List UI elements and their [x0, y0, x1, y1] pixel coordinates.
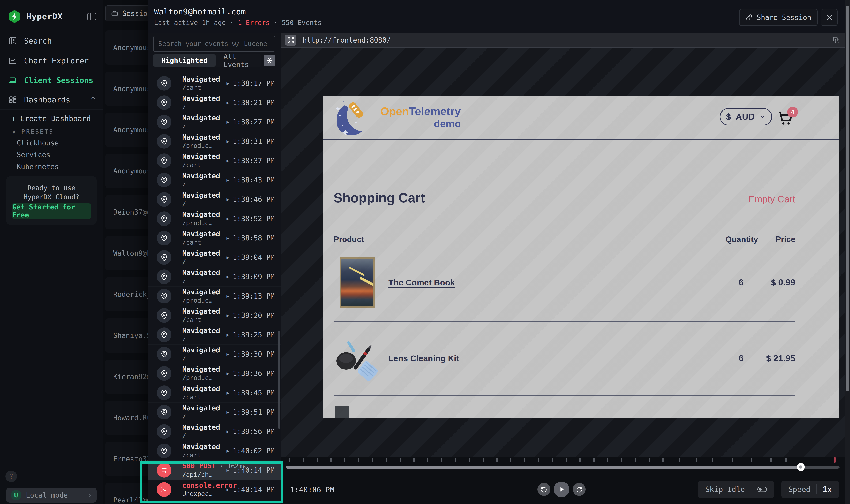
product-link[interactable]: The Comet Book: [388, 278, 726, 287]
timeline-event-tick[interactable]: [469, 458, 470, 462]
timeline-event-tick[interactable]: [524, 458, 525, 462]
play-from-here-icon[interactable]: ▶: [227, 177, 229, 183]
event-timestamp[interactable]: ▶1:38:21 PM: [227, 98, 281, 107]
play-button[interactable]: [554, 482, 569, 497]
skip-idle-control[interactable]: Skip Idle: [698, 481, 774, 498]
timeline-event-tick[interactable]: [696, 458, 697, 462]
session-list-item[interactable]: Anonymous: [105, 113, 148, 147]
currency-selector[interactable]: $ AUD: [720, 108, 772, 125]
sidebar-presets-header[interactable]: ∨ PRESETS: [0, 123, 103, 135]
skip-idle-toggle-icon[interactable]: [757, 486, 767, 492]
event-row-navigated[interactable]: Navigated/▶1:38:43 PM: [148, 170, 281, 190]
play-from-here-icon[interactable]: ▶: [227, 352, 229, 357]
preset-kubernetes[interactable]: Kubernetes: [0, 159, 103, 170]
timeline-event-tick[interactable]: [679, 458, 680, 462]
collapse-all-button[interactable]: [263, 55, 275, 67]
preset-services[interactable]: Services: [0, 147, 103, 159]
rewind-button[interactable]: [537, 483, 550, 496]
play-from-here-icon[interactable]: ▶: [227, 448, 229, 453]
sidebar-collapse-icon[interactable]: [87, 12, 97, 21]
event-timestamp[interactable]: ▶1:38:31 PM: [227, 137, 281, 145]
timeline-event-tick[interactable]: [751, 458, 752, 462]
session-list-item[interactable]: Howard.Run: [105, 401, 148, 435]
play-from-here-icon[interactable]: ▶: [227, 390, 229, 395]
event-row-navigated[interactable]: Navigated/product/L9ECAV7KIM▶1:39:36 PM: [148, 364, 281, 383]
close-button[interactable]: [821, 9, 838, 26]
event-row-navigated[interactable]: Navigated/cart▶1:39:45 PM: [148, 383, 281, 402]
event-timestamp[interactable]: ▶1:38:58 PM: [227, 234, 281, 242]
event-row-navigated[interactable]: Navigated/▶1:39:04 PM: [148, 248, 281, 267]
sidebar-item-client-sessions[interactable]: Client Sessions: [0, 70, 103, 90]
event-row-navigated[interactable]: Navigated/▶1:38:46 PM: [148, 190, 281, 209]
play-from-here-icon[interactable]: ▶: [227, 216, 229, 221]
event-timestamp[interactable]: ▶1:39:36 PM: [227, 370, 281, 377]
timeline-event-tick[interactable]: [413, 458, 415, 462]
tab-all-events[interactable]: All Events: [215, 54, 261, 67]
play-from-here-icon[interactable]: ▶: [227, 120, 229, 125]
event-row-navigated[interactable]: Navigated/▶1:39:09 PM: [148, 267, 281, 287]
event-row-navigated[interactable]: Navigated/cart▶1:39:20 PM: [148, 306, 281, 325]
timeline-event-tick[interactable]: [593, 458, 594, 462]
play-from-here-icon[interactable]: ▶: [227, 235, 229, 241]
event-row-navigated[interactable]: Navigated/▶1:39:30 PM: [148, 344, 281, 364]
cart-button[interactable]: 4: [776, 109, 795, 128]
event-row-network-error[interactable]: 500 POST · 162ms/api/checkout▶1:40:14 PM: [148, 461, 281, 480]
play-from-here-icon[interactable]: ▶: [227, 158, 229, 163]
modal-scrollbar-thumb[interactable]: [846, 6, 849, 391]
event-row-navigated[interactable]: Navigated/cart▶1:38:37 PM: [148, 151, 281, 170]
play-from-here-icon[interactable]: ▶: [227, 313, 229, 318]
help-button[interactable]: ?: [5, 470, 17, 482]
timeline-event-tick[interactable]: [483, 458, 484, 462]
event-timestamp[interactable]: ▶1:39:13 PM: [227, 292, 281, 300]
tab-highlighted[interactable]: Highlighted: [153, 54, 215, 67]
event-timestamp[interactable]: ▶1:39:45 PM: [227, 389, 281, 397]
session-list-item[interactable]: Roderick_S: [105, 277, 148, 311]
event-row-navigated[interactable]: Navigated/cart▶1:38:17 PM: [148, 74, 281, 93]
fast-forward-button[interactable]: [573, 483, 586, 496]
event-row-navigated[interactable]: Navigated/▶1:38:27 PM: [148, 112, 281, 132]
timeline-event-tick[interactable]: [621, 458, 622, 462]
modal-scrollbar[interactable]: [845, 0, 850, 504]
timeline-event-tick[interactable]: [289, 458, 290, 462]
event-timestamp[interactable]: ▶1:38:17 PM: [227, 79, 281, 87]
event-timestamp[interactable]: ▶1:39:30 PM: [227, 350, 281, 358]
event-timestamp[interactable]: ▶1:40:14 PM: [227, 466, 281, 474]
event-timestamp[interactable]: ▶1:39:51 PM: [227, 408, 281, 416]
play-from-here-icon[interactable]: ▶: [227, 81, 229, 86]
event-timestamp[interactable]: ▶1:40:14 PM: [227, 486, 281, 493]
event-row-navigated[interactable]: Navigated/▶1:38:21 PM: [148, 93, 281, 112]
fullscreen-button[interactable]: [285, 35, 296, 46]
event-timestamp[interactable]: ▶1:38:43 PM: [227, 176, 281, 184]
play-from-here-icon[interactable]: ▶: [227, 100, 229, 105]
timeline-event-tick[interactable]: [538, 458, 539, 462]
session-list-item[interactable]: Anonymous: [105, 154, 148, 188]
timeline-event-tick[interactable]: [330, 458, 331, 462]
event-timestamp[interactable]: ▶1:39:09 PM: [227, 273, 281, 281]
sidebar-item-dashboards[interactable]: Dashboards^: [0, 90, 103, 110]
timeline-event-tick[interactable]: [552, 458, 553, 462]
sidebar-item-create-dashboard[interactable]: + Create Dashboard: [0, 110, 103, 123]
play-from-here-icon[interactable]: ▶: [227, 332, 229, 337]
timeline-event-tick[interactable]: [496, 458, 498, 462]
timeline-event-tick[interactable]: [785, 458, 786, 462]
play-from-here-icon[interactable]: ▶: [227, 255, 229, 260]
tab-sessions[interactable]: Sessions: [105, 5, 148, 21]
event-timestamp[interactable]: ▶1:40:02 PM: [227, 447, 281, 455]
event-timestamp[interactable]: ▶1:39:04 PM: [227, 253, 281, 262]
timeline-event-tick[interactable]: [372, 458, 373, 462]
timeline-event-tick[interactable]: [732, 458, 733, 462]
event-timestamp[interactable]: ▶1:39:56 PM: [227, 428, 281, 435]
event-row-console-error[interactable]: console.errorUnexpected token 'I'…▶1:40:…: [148, 480, 281, 499]
timeline-event-tick[interactable]: [316, 458, 318, 462]
events-search-input[interactable]: [153, 36, 275, 52]
event-row-navigated[interactable]: Navigated/▶1:39:51 PM: [148, 402, 281, 422]
sidebar-item-search[interactable]: Search: [0, 31, 103, 51]
timeline-event-tick[interactable]: [566, 458, 567, 462]
session-list-item[interactable]: Deion37@gm: [105, 195, 148, 229]
session-list-item[interactable]: Shaniya.Sc: [105, 319, 148, 353]
timeline-event-tick[interactable]: [455, 458, 456, 462]
timeline-event-tick[interactable]: [579, 458, 580, 462]
timeline-event-tick[interactable]: [770, 458, 771, 462]
speed-control[interactable]: Speed 1x: [781, 481, 839, 498]
copy-icon[interactable]: [832, 36, 840, 44]
